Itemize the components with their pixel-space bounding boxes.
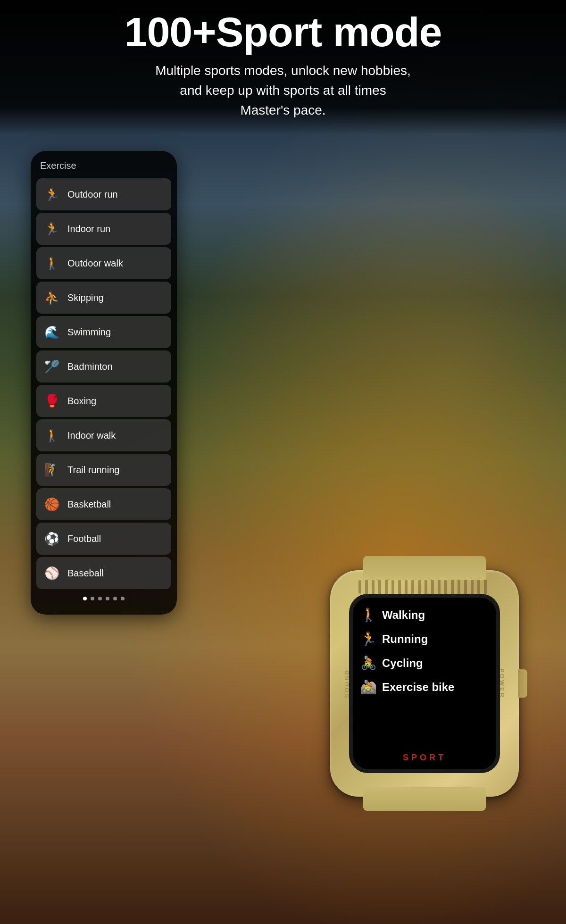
sport-item-outdoor-run[interactable]: 🏃 Outdoor run (36, 178, 171, 210)
sport-item-indoor-run[interactable]: 🏃 Indoor run (36, 213, 171, 245)
sport-icon-baseball: ⚾ (43, 564, 61, 582)
sport-icon-boxing: 🥊 (43, 392, 61, 410)
watch-icon-running: 🏃 (360, 631, 376, 647)
sport-item-baseball[interactable]: ⚾ Baseball (36, 557, 171, 589)
sub-title: Multiple sports modes, unlock new hobbie… (9, 61, 557, 120)
sport-label-indoor-run: Indoor run (67, 224, 110, 234)
dot-3[interactable] (98, 597, 102, 600)
sport-label-trail-running: Trail running (67, 465, 119, 475)
dot-2[interactable] (91, 597, 94, 600)
sport-item-indoor-walk[interactable]: 🚶 Indoor walk (36, 419, 171, 451)
watch-outer: SOUND POWER ✈ 🚶 Walking 🏃 Running 🚴 Cycl… (330, 570, 519, 797)
sport-label-baseball: Baseball (67, 568, 104, 579)
sport-icon-outdoor-run: 🏃 (43, 185, 61, 203)
page-wrapper: 100+Sport mode Multiple sports modes, un… (0, 0, 566, 924)
watch-icon-exercise-bike: 🚵 (360, 679, 376, 695)
watch-sport-label: SPORT (403, 753, 446, 763)
sport-icon-football: ⚽ (43, 530, 61, 548)
sport-label-basketball: Basketball (67, 499, 111, 510)
sport-item-basketball[interactable]: 🏀 Basketball (36, 488, 171, 520)
sub-title-line2: and keep up with sports at all times (180, 83, 386, 98)
sport-item-trail-running[interactable]: 🧗 Trail running (36, 454, 171, 486)
watch-activity-walking: 🚶 Walking (360, 607, 489, 623)
watch-lug-bottom (363, 787, 486, 811)
phone-panel: Exercise 🏃 Outdoor run 🏃 Indoor run 🚶 Ou… (31, 151, 177, 615)
watch-body: SOUND POWER ✈ 🚶 Walking 🏃 Running 🚴 Cycl… (311, 537, 538, 830)
watch-icon-cycling: 🚴 (360, 655, 376, 671)
watch-screen: 🚶 Walking 🏃 Running 🚴 Cycling 🚵 Exercise… (353, 598, 496, 769)
sport-item-football[interactable]: ⚽ Football (36, 523, 171, 555)
sub-title-line1: Multiple sports modes, unlock new hobbie… (155, 63, 411, 78)
pagination-dots (36, 597, 171, 600)
dot-5[interactable] (113, 597, 117, 600)
watch-label-cycling: Cycling (382, 657, 423, 670)
watch-activity-running: 🏃 Running (360, 631, 489, 647)
sport-label-outdoor-walk: Outdoor walk (67, 258, 123, 269)
sport-label-badminton: Badminton (67, 361, 113, 372)
sport-icon-skipping: ⛹ (43, 289, 61, 307)
sport-item-badminton[interactable]: 🏸 Badminton (36, 350, 171, 383)
watch-grid-top (358, 580, 491, 594)
sport-icon-indoor-run: 🏃 (43, 220, 61, 238)
watch-lug-top (363, 556, 486, 580)
sport-label-football: Football (67, 533, 101, 544)
sport-label-swimming: Swimming (67, 327, 111, 338)
sport-item-swimming[interactable]: 🌊 Swimming (36, 316, 171, 348)
dot-1[interactable] (83, 597, 87, 600)
dot-4[interactable] (106, 597, 109, 600)
main-title: 100+Sport mode (9, 9, 557, 55)
header-section: 100+Sport mode Multiple sports modes, un… (0, 0, 566, 134)
sub-title-line3: Master's pace. (240, 103, 325, 117)
sport-label-indoor-walk: Indoor walk (67, 430, 116, 441)
sport-label-outdoor-run: Outdoor run (67, 189, 118, 200)
watch-activity-cycling: 🚴 Cycling (360, 655, 489, 671)
watch-side-button[interactable] (518, 669, 527, 698)
watch-label-running: Running (382, 633, 428, 646)
sport-label-boxing: Boxing (67, 396, 96, 407)
sport-icon-trail-running: 🧗 (43, 461, 61, 479)
watch-label-walking: Walking (382, 608, 425, 622)
sport-icon-indoor-walk: 🚶 (43, 426, 61, 444)
sport-icon-badminton: 🏸 (43, 358, 61, 375)
sport-list: 🏃 Outdoor run 🏃 Indoor run 🚶 Outdoor wal… (36, 178, 171, 589)
watch-activity-exercise-bike: 🚵 Exercise bike (360, 679, 489, 695)
watch-activities: 🚶 Walking 🏃 Running 🚴 Cycling 🚵 Exercise… (360, 607, 489, 703)
sport-icon-outdoor-walk: 🚶 (43, 254, 61, 272)
dot-6[interactable] (121, 597, 125, 600)
sport-icon-swimming: 🌊 (43, 323, 61, 341)
sport-item-boxing[interactable]: 🥊 Boxing (36, 385, 171, 417)
sport-icon-basketball: 🏀 (43, 495, 61, 513)
watch-label-exercise-bike: Exercise bike (382, 681, 454, 694)
sport-label-skipping: Skipping (67, 292, 104, 303)
watch-container: SOUND POWER ✈ 🚶 Walking 🏃 Running 🚴 Cycl… (311, 537, 538, 830)
watch-bezel: 🚶 Walking 🏃 Running 🚴 Cycling 🚵 Exercise… (349, 594, 500, 773)
sport-item-skipping[interactable]: ⛹ Skipping (36, 282, 171, 314)
panel-label: Exercise (36, 160, 171, 176)
watch-icon-walking: 🚶 (360, 607, 376, 623)
sport-item-outdoor-walk[interactable]: 🚶 Outdoor walk (36, 247, 171, 279)
